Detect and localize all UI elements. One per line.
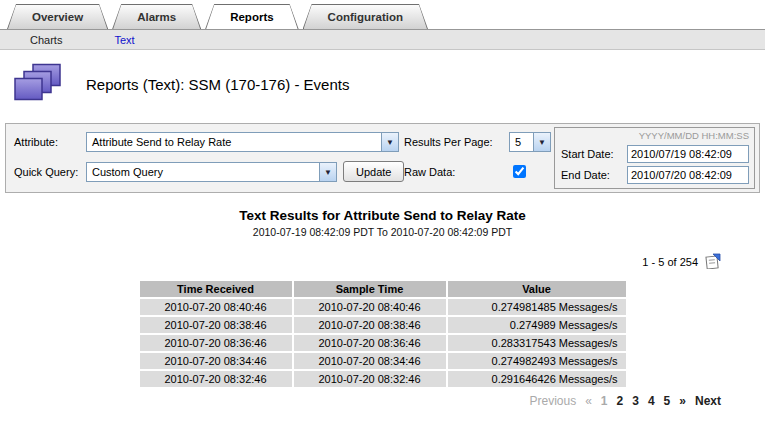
- subnav-item-charts[interactable]: Charts: [30, 34, 62, 46]
- cell-sample-time: 2010-07-20 08:34:46: [294, 353, 446, 369]
- end-date-input[interactable]: [627, 166, 749, 184]
- query-form: Attribute: Attribute Send to Relay Rate …: [5, 123, 760, 193]
- start-date-label: Start Date:: [561, 148, 614, 160]
- tab-bar: Overview Alarms Reports Configuration: [0, 0, 765, 29]
- column-header-time-received: Time Received: [140, 281, 292, 297]
- column-header-value: Value: [448, 281, 626, 297]
- tab-overview[interactable]: Overview: [7, 4, 108, 29]
- attribute-select-value: Attribute Send to Relay Rate: [87, 133, 381, 151]
- tab-reports[interactable]: Reports: [205, 4, 298, 29]
- start-date-input[interactable]: [627, 145, 749, 163]
- table-header-row: Time Received Sample Time Value: [140, 281, 626, 297]
- results-range: 1 - 5 of 254: [642, 256, 698, 268]
- cell-value: 0.274981485 Messages/s: [448, 299, 626, 315]
- results-range-row: 1 - 5 of 254: [0, 253, 765, 271]
- tab-configuration-label: Configuration: [328, 11, 403, 23]
- pagination-page-5[interactable]: 5: [664, 394, 671, 408]
- page-header: Reports (Text): SSM (170-176) - Events: [0, 50, 765, 117]
- table-row: 2010-07-20 08:34:46 2010-07-20 08:34:46 …: [140, 353, 626, 369]
- tab-configuration[interactable]: Configuration: [303, 4, 428, 29]
- results-subtitle: 2010-07-19 08:42:09 PDT To 2010-07-20 08…: [0, 226, 765, 238]
- results-per-page-select[interactable]: 5 ▼: [509, 132, 551, 152]
- pagination: Previous « 1 2 3 4 5 » Next: [0, 394, 765, 408]
- results-per-page-value: 5: [510, 133, 533, 151]
- cell-time-received: 2010-07-20 08:36:46: [140, 335, 292, 351]
- cell-sample-time: 2010-07-20 08:36:46: [294, 335, 446, 351]
- pagination-next[interactable]: Next: [695, 394, 721, 408]
- cell-sample-time: 2010-07-20 08:32:46: [294, 371, 446, 387]
- page: Overview Alarms Reports Configuration Ch…: [0, 0, 765, 408]
- cell-value: 0.283317543 Messages/s: [448, 335, 626, 351]
- cell-time-received: 2010-07-20 08:32:46: [140, 371, 292, 387]
- quick-query-label: Quick Query:: [14, 162, 78, 182]
- cell-time-received: 2010-07-20 08:40:46: [140, 299, 292, 315]
- date-format-hint: YYYY/MM/DD HH:MM:SS: [561, 129, 749, 142]
- table-row: 2010-07-20 08:38:46 2010-07-20 08:38:46 …: [140, 317, 626, 333]
- stacked-reports-icon: [14, 63, 62, 105]
- cell-sample-time: 2010-07-20 08:38:46: [294, 317, 446, 333]
- tab-alarms-label: Alarms: [137, 11, 176, 23]
- raw-data-label: Raw Data:: [404, 162, 455, 182]
- chevron-down-icon: ▼: [381, 133, 398, 151]
- tab-alarms[interactable]: Alarms: [112, 4, 201, 29]
- attribute-select[interactable]: Attribute Send to Relay Rate ▼: [86, 132, 399, 152]
- quick-query-value: Custom Query: [87, 163, 319, 181]
- raw-data-checkbox[interactable]: [513, 165, 526, 178]
- date-range-panel: YYYY/MM/DD HH:MM:SS Start Date: End Date…: [554, 127, 755, 189]
- tab-reports-label: Reports: [230, 11, 273, 23]
- quick-query-select[interactable]: Custom Query ▼: [86, 162, 337, 182]
- results-table: Time Received Sample Time Value 2010-07-…: [138, 279, 628, 389]
- pagination-previous: Previous: [529, 394, 576, 408]
- tab-overview-label: Overview: [32, 11, 83, 23]
- end-date-label: End Date:: [561, 169, 610, 181]
- subnav-item-text[interactable]: Text: [114, 34, 134, 46]
- update-button[interactable]: Update: [343, 161, 404, 182]
- cell-value: 0.291646426 Messages/s: [448, 371, 626, 387]
- attribute-label: Attribute:: [14, 132, 58, 152]
- cell-time-received: 2010-07-20 08:38:46: [140, 317, 292, 333]
- results-per-page-label: Results Per Page:: [404, 132, 493, 152]
- subnav-bar: Charts Text: [0, 29, 765, 50]
- table-row: 2010-07-20 08:32:46 2010-07-20 08:32:46 …: [140, 371, 626, 387]
- table-row: 2010-07-20 08:40:46 2010-07-20 08:40:46 …: [140, 299, 626, 315]
- pagination-page-3[interactable]: 3: [632, 394, 639, 408]
- results-title: Text Results for Attribute Send to Relay…: [0, 208, 765, 223]
- cell-sample-time: 2010-07-20 08:40:46: [294, 299, 446, 315]
- printable-view-icon[interactable]: [705, 253, 721, 271]
- chevron-down-icon: ▼: [533, 133, 550, 151]
- column-header-sample-time: Sample Time: [294, 281, 446, 297]
- pagination-page-4[interactable]: 4: [648, 394, 655, 408]
- pagination-page-1-current: 1: [601, 394, 608, 408]
- pagination-page-2[interactable]: 2: [617, 394, 624, 408]
- pagination-next-arrow[interactable]: »: [679, 394, 686, 408]
- table-row: 2010-07-20 08:36:46 2010-07-20 08:36:46 …: [140, 335, 626, 351]
- pagination-prev-arrow: «: [585, 394, 592, 408]
- cell-value: 0.274989 Messages/s: [448, 317, 626, 333]
- chevron-down-icon: ▼: [319, 163, 336, 181]
- page-title: Reports (Text): SSM (170-176) - Events: [86, 76, 349, 93]
- cell-time-received: 2010-07-20 08:34:46: [140, 353, 292, 369]
- cell-value: 0.274982493 Messages/s: [448, 353, 626, 369]
